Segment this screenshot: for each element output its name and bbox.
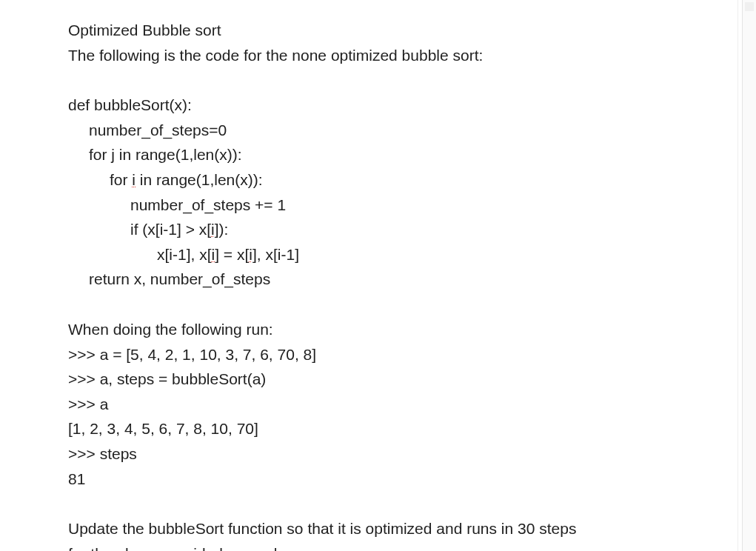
repl-line: >>> a = [5, 4, 2, 1, 10, 3, 7, 6, 70, 8] — [68, 342, 688, 367]
task-text: Update the bubbleSort function so that i… — [68, 516, 688, 541]
run-intro: When doing the following run: — [68, 317, 688, 342]
vertical-scrollbar[interactable] — [742, 0, 756, 551]
intro-text: The following is the code for the none o… — [68, 43, 688, 68]
code-text: x[i-1], x[ — [157, 246, 212, 263]
code-text: ], x[i-1] — [252, 246, 299, 263]
code-text: in range(1,len(x)): — [136, 171, 263, 188]
code-text: if (x[i-1] > x[ — [130, 221, 211, 238]
code-line: return x, number_of_steps — [68, 267, 688, 292]
repl-output: [1, 2, 3, 4, 5, 6, 7, 8, 10, 70] — [68, 416, 688, 441]
code-text: for j in range(1,len(x)): — [89, 146, 242, 163]
code-line: number_of_steps += 1 — [68, 193, 688, 218]
blank-line — [68, 292, 688, 317]
code-line: if (x[i-1] > x[i]): — [68, 217, 688, 242]
repl-output: 81 — [68, 467, 688, 492]
repl-line: >>> steps — [68, 441, 688, 467]
code-line: number_of_steps=0 — [68, 118, 688, 143]
repl-line: >>> a, steps = bubbleSort(a) — [68, 367, 688, 392]
heading-title: Optimized Bubble sort — [68, 18, 688, 43]
code-line: for i in range(1,len(x)): — [68, 167, 688, 193]
document-page: Optimized Bubble sort The following is t… — [0, 0, 756, 551]
code-line: x[i-1], x[i] = x[i], x[i-1] — [68, 242, 688, 267]
task-text: for the above provided example — [68, 541, 688, 551]
code-text: ]): — [215, 221, 229, 238]
code-text: ] = x[ — [215, 246, 249, 263]
code-line: def bubbleSort(x): — [68, 93, 688, 118]
code-line: for j in range(1,len(x)): — [68, 142, 688, 167]
blank-line — [68, 67, 688, 93]
blank-line — [68, 491, 688, 516]
repl-line: >>> a — [68, 392, 688, 417]
code-text: for — [110, 171, 132, 188]
page-margin-line — [737, 0, 738, 551]
